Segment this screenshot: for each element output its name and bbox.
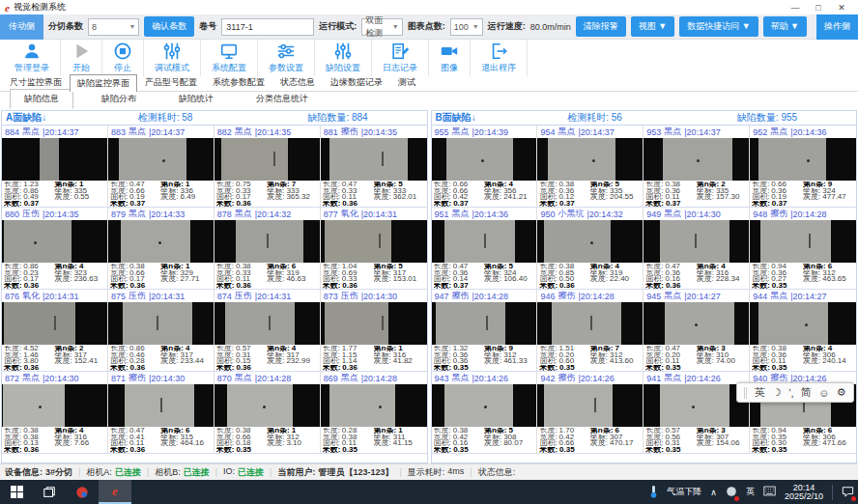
defect-thumbnail[interactable] [750, 138, 856, 181]
subtab-4[interactable]: 分类信息统计 [242, 89, 323, 109]
run-mode-select[interactable]: 双面检测▼ [361, 18, 402, 36]
ime-fullwidth-moon-icon[interactable]: ☽ [772, 386, 782, 399]
ime-lang-toggle[interactable]: 英 [755, 385, 765, 400]
panel-b-title[interactable]: B面缺陷↓ [432, 111, 568, 125]
tray-expand-chevron[interactable]: ∧ [710, 488, 717, 497]
ime-toolbar[interactable]: 英 ☽ ’, 简 ☺ ⚙ [736, 382, 854, 403]
touch-keyboard-icon[interactable] [763, 486, 776, 498]
defect-cell[interactable]: 954黑点|20:14:37长度:0.38宽度:0.36面积:0.12米数:0.… [537, 126, 644, 208]
subtab-1[interactable]: 缺陷信息 [10, 89, 73, 109]
strip-count-select[interactable]: 8▼ [88, 18, 139, 36]
defect-thumbnail[interactable] [108, 138, 214, 181]
data-quick-access-button[interactable]: 数据快捷访问 ▼ [679, 16, 758, 37]
defect-thumbnail[interactable] [2, 384, 107, 427]
defect-cell[interactable]: 872黑点|20:14:30长度:0.38宽度:0.38面积:0.13米数:0.… [2, 372, 108, 454]
defect-cell[interactable]: 950小黑坑|20:14:32长度:0.38宽度:0.85面积:0.50米数:0… [537, 208, 644, 290]
defect-cell[interactable]: 882黑点|20:14:35长度:0.75宽度:0.33面积:0.17米数:0.… [214, 126, 321, 208]
defect-thumbnail[interactable] [214, 138, 320, 181]
defect-cell[interactable]: 949黑点|20:14:30长度:0.47宽度:0.36面积:0.16米数:0.… [644, 208, 750, 290]
system-config-button[interactable]: 系统配置 [201, 40, 258, 76]
defect-thumbnail[interactable] [108, 302, 214, 345]
subtab-2[interactable]: 缺陷分布 [87, 89, 151, 109]
defect-settings-button[interactable]: 缺陷设置 [315, 40, 372, 76]
defect-cell[interactable]: 947擦伤|20:14:28长度:1.32宽度:0.36面积:0.36米数:0.… [432, 290, 538, 372]
defect-cell[interactable]: 943黑点|20:14:26长度:0.38宽度:0.42面积:0.16米数:0.… [432, 372, 538, 454]
clear-alarm-button[interactable]: 清除报警 [576, 16, 626, 37]
defect-thumbnail[interactable] [644, 138, 749, 181]
defect-cell[interactable]: 941黑点|20:14:26长度:0.57宽度:0.56面积:0.31米数:0.… [644, 372, 750, 454]
tab-2[interactable]: 缺陷监控界面 [70, 74, 137, 92]
image-button[interactable]: 图像 [429, 40, 471, 76]
defect-thumbnail[interactable] [537, 302, 643, 345]
defect-thumbnail[interactable] [432, 220, 537, 263]
defect-cell[interactable]: 875压伤|20:14:31长度:0.86宽度:0.46面积:0.28米数:0.… [108, 290, 214, 372]
chart-points-select[interactable]: 100▼ [450, 18, 483, 36]
debug-mode-button[interactable]: 调试模式 [144, 40, 201, 76]
notification-app-icon[interactable] [726, 486, 737, 499]
defect-thumbnail[interactable] [321, 220, 427, 263]
weather-text[interactable]: 气温下降 [667, 486, 701, 498]
defect-thumbnail[interactable] [432, 138, 537, 181]
defect-cell[interactable]: 873压伤|20:14:30长度:1.77宽度:1.15面积:1.14米数:0.… [321, 290, 427, 372]
defect-thumbnail[interactable] [2, 220, 107, 263]
defect-cell[interactable]: 874压伤|20:14:31长度:0.57宽度:0.31面积:0.15米数:0.… [214, 290, 321, 372]
defect-cell[interactable]: 884黑点|20:14:37长度:1.23宽度:0.86面积:0.49米数:0.… [2, 126, 108, 208]
defect-cell[interactable]: 869黑点|20:14:28长度:0.28宽度:0.38面积:0.11米数:0.… [321, 372, 427, 454]
defect-thumbnail[interactable] [644, 302, 749, 345]
action-center-icon[interactable] [842, 486, 854, 499]
close-button[interactable]: ✕ [830, 3, 853, 13]
defect-thumbnail[interactable] [2, 302, 107, 345]
defect-cell[interactable]: 883黑点|20:14:37长度:0.47宽度:0.66面积:0.19米数:0.… [108, 126, 214, 208]
defect-thumbnail[interactable] [644, 384, 749, 427]
taskbar-clock[interactable]: 20:14 2025/2/10 [785, 484, 823, 501]
defect-thumbnail[interactable] [432, 384, 537, 427]
defect-cell[interactable]: 880压伤|20:14:35长度:0.86宽度:0.23面积:0.17米数:0.… [2, 208, 108, 290]
defect-thumbnail[interactable] [108, 384, 214, 427]
defect-thumbnail[interactable] [214, 384, 320, 427]
defect-thumbnail[interactable] [750, 220, 856, 263]
defect-cell[interactable]: 879黑点|20:14:33长度:0.38宽度:0.66面积:0.17米数:0.… [108, 208, 214, 290]
exit-program-button[interactable]: 退出程序 [471, 40, 528, 76]
ime-grip-handle[interactable] [744, 387, 747, 399]
defect-cell[interactable]: 946擦伤|20:14:28长度:1.51宽度:0.20面积:0.60米数:0.… [537, 290, 644, 372]
view-menu-button[interactable]: 视图 ▼ [631, 16, 674, 37]
defect-thumbnail[interactable] [644, 220, 749, 263]
ime-settings-gear-icon[interactable]: ⚙ [837, 386, 846, 399]
panel-a-title[interactable]: A面缺陷↓ [2, 111, 138, 125]
maximize-button[interactable]: □ [807, 3, 830, 13]
defect-cell[interactable]: 953黑点|20:14:37长度:0.38宽度:0.36面积:0.11米数:0.… [644, 126, 750, 208]
help-menu-button[interactable]: 帮助 ▼ [763, 16, 807, 37]
tab-6[interactable]: 边缘数据记录 [323, 73, 390, 91]
confirm-count-button[interactable]: 确认条数 [144, 16, 194, 37]
active-app-button[interactable]: e [99, 480, 131, 504]
defect-cell[interactable]: 881擦伤|20:14:35长度:0.47宽度:0.33面积:0.11米数:0.… [321, 126, 427, 208]
defect-thumbnail[interactable] [321, 302, 427, 345]
pinned-app-icon[interactable] [66, 480, 99, 504]
defect-thumbnail[interactable] [432, 302, 537, 345]
defect-thumbnail[interactable] [321, 138, 427, 181]
tab-7[interactable]: 测试 [390, 73, 423, 91]
defect-thumbnail[interactable] [108, 220, 214, 263]
log-record-button[interactable]: 日志记录 [372, 40, 429, 76]
task-view-button[interactable] [33, 480, 66, 504]
defect-cell[interactable]: 942擦伤|20:14:26长度:1.70宽度:0.42面积:0.66米数:0.… [537, 372, 644, 454]
minimize-button[interactable]: — [784, 3, 807, 13]
parameter-settings-button[interactable]: 参数设置 [258, 40, 315, 76]
defect-thumbnail[interactable] [537, 220, 643, 263]
defect-thumbnail[interactable] [537, 384, 643, 427]
defect-cell[interactable]: 952黑点|20:14:36长度:0.66宽度:0.36面积:0.19米数:0.… [750, 126, 856, 208]
defect-cell[interactable]: 948擦伤|20:14:28长度:0.94宽度:0.36面积:0.27米数:0.… [750, 208, 856, 290]
admin-login-button[interactable]: 管理登录 [4, 40, 61, 76]
ime-emoji-icon[interactable]: ☺ [818, 387, 829, 399]
defect-cell[interactable]: 944黑点|20:14:27长度:0.38宽度:0.36面积:0.11米数:0.… [750, 290, 856, 372]
defect-cell[interactable]: 951黑点|20:14:36长度:0.47宽度:0.36面积:0.14米数:0.… [432, 208, 538, 290]
drive-side-button[interactable]: 传动侧 [0, 14, 43, 40]
defect-cell[interactable]: 877氧化|20:14:31长度:1.04宽度:0.69面积:0.33米数:0.… [321, 208, 427, 290]
defect-cell[interactable]: 945黑点|20:14:27长度:0.47宽度:0.20面积:0.11米数:0.… [644, 290, 750, 372]
start-button[interactable]: 开始 [61, 40, 102, 76]
subtab-3[interactable]: 缺陷统计 [164, 89, 228, 109]
defect-thumbnail[interactable] [537, 138, 643, 181]
stop-button[interactable]: 停止 [102, 40, 144, 76]
ime-simplified-toggle[interactable]: 简 [801, 385, 812, 400]
operator-side-button[interactable]: 操作侧 [816, 14, 858, 40]
